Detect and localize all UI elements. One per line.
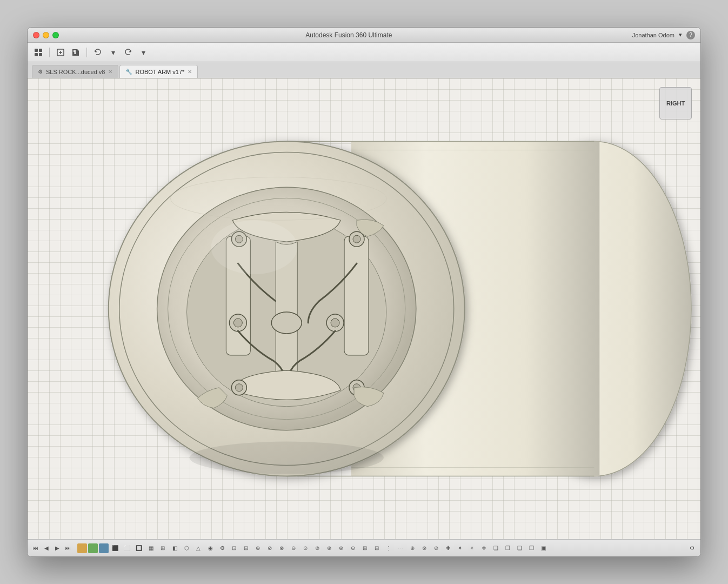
apps-icon[interactable] — [32, 46, 45, 59]
bt-icon-35[interactable]: ❖ — [478, 543, 489, 554]
tab-robot-arm[interactable]: 🔧 ROBOT ARM v17* ✕ — [119, 65, 198, 78]
bt-icon-23[interactable]: ⊜ — [336, 543, 346, 554]
nav-prev[interactable]: ◀ — [42, 543, 51, 553]
main-toolbar: ▾ ▾ — [28, 43, 700, 62]
help-button[interactable]: ? — [686, 31, 695, 39]
nav-first[interactable]: ⏮ — [31, 543, 41, 553]
bt-icon-33[interactable]: ✦ — [455, 543, 465, 554]
window-title: Autodesk Fusion 360 Ultimate — [65, 31, 632, 39]
undo-icon[interactable] — [91, 46, 104, 59]
bt-icon-21[interactable]: ⊚ — [312, 543, 323, 554]
3d-viewport[interactable]: RIGHT — [28, 78, 700, 539]
dropdown-icon[interactable]: ▾ — [679, 31, 682, 38]
bt-icon-16[interactable]: ⊕ — [252, 543, 263, 554]
bt-icon-30[interactable]: ⊗ — [419, 543, 430, 554]
redo-icon[interactable] — [122, 46, 135, 59]
svg-point-24 — [233, 318, 242, 327]
bt-icon-18[interactable]: ⊗ — [276, 543, 287, 554]
tab-robot-close[interactable]: ✕ — [188, 69, 192, 75]
title-bar: Autodesk Fusion 360 Ultimate Jonathan Od… — [28, 28, 700, 43]
bt-icon-6[interactable]: 🔲 — [133, 543, 144, 554]
bt-icon-38[interactable]: ❑ — [514, 543, 525, 554]
view-cube-label: RIGHT — [666, 100, 685, 107]
bt-icon-37[interactable]: ❐ — [502, 543, 513, 554]
view-cube[interactable]: RIGHT — [659, 87, 692, 120]
bt-icon-9[interactable]: ◧ — [169, 543, 180, 554]
tab-robot-icon: 🔧 — [125, 69, 132, 75]
tab-sls-icon: ⚙ — [38, 69, 43, 75]
bt-icon-28[interactable]: ⋯ — [395, 543, 406, 554]
bt-icon-14[interactable]: ⊡ — [229, 543, 239, 554]
bt-icon-27[interactable]: ⋮ — [383, 543, 394, 554]
bt-icon-15[interactable]: ⊟ — [241, 543, 251, 554]
main-window: Autodesk Fusion 360 Ultimate Jonathan Od… — [27, 27, 701, 557]
robot-arm-svg — [28, 78, 700, 539]
nav-arrows: ⏮ ◀ ▶ ⏭ — [31, 543, 73, 553]
minimize-button[interactable] — [43, 32, 49, 38]
bt-icon-20[interactable]: ⊙ — [300, 543, 311, 554]
bt-icon-32[interactable]: ✚ — [443, 543, 453, 554]
bt-icon-1[interactable] — [77, 543, 87, 553]
close-button[interactable] — [33, 32, 39, 38]
svg-point-34 — [190, 442, 384, 474]
bt-icon-40[interactable]: ▣ — [538, 543, 549, 554]
bt-icon-5[interactable]: ⬜ — [122, 543, 132, 554]
tab-sls-label: SLS ROCK...duced v8 — [46, 69, 105, 75]
bt-icon-13[interactable]: ⚙ — [217, 543, 228, 554]
save-icon[interactable] — [69, 46, 82, 59]
svg-rect-1 — [39, 49, 42, 52]
svg-point-21 — [353, 235, 360, 243]
bt-icon-39[interactable]: ❒ — [526, 543, 537, 554]
svg-rect-17 — [344, 236, 369, 355]
user-name: Jonathan Odom — [632, 32, 674, 38]
settings-icon[interactable]: ⚙ — [686, 543, 697, 554]
svg-point-28 — [235, 384, 243, 391]
nav-play[interactable]: ▶ — [52, 543, 62, 553]
bt-icon-29[interactable]: ⊕ — [407, 543, 418, 554]
bt-icon-2[interactable] — [88, 543, 98, 553]
bt-icon-12[interactable]: ◉ — [205, 543, 216, 554]
svg-point-22 — [271, 312, 302, 334]
bt-icon-36[interactable]: ❏ — [490, 543, 501, 554]
new-icon[interactable] — [54, 46, 67, 59]
bt-icon-7[interactable]: ▦ — [145, 543, 156, 554]
bt-icon-4[interactable]: ⬛ — [110, 543, 121, 554]
svg-rect-2 — [35, 53, 38, 56]
model-container — [28, 78, 700, 539]
bottom-right-area: ⚙ — [686, 543, 697, 554]
undo-dropdown-icon[interactable]: ▾ — [106, 46, 119, 59]
tab-robot-label: ROBOT ARM v17* — [135, 69, 184, 75]
bt-icon-11[interactable]: △ — [193, 543, 204, 554]
maximize-button[interactable] — [52, 32, 59, 38]
bt-icon-24[interactable]: ⊝ — [348, 543, 358, 554]
bt-icon-26[interactable]: ⊟ — [371, 543, 382, 554]
sep2 — [86, 48, 87, 57]
user-info: Jonathan Odom ▾ ? — [632, 31, 695, 39]
bt-icon-22[interactable]: ⊛ — [324, 543, 335, 554]
svg-rect-0 — [35, 49, 38, 52]
bt-icon-25[interactable]: ⊞ — [359, 543, 370, 554]
tab-sls-rock[interactable]: ⚙ SLS ROCK...duced v8 ✕ — [32, 65, 118, 78]
nav-last[interactable]: ⏭ — [63, 543, 73, 553]
bt-icon-17[interactable]: ⊘ — [264, 543, 275, 554]
bottom-toolbar: ⏮ ◀ ▶ ⏭ ⬛ ⬜ 🔲 ▦ ⊞ ◧ ⬡ △ ◉ ⚙ ⊡ ⊟ ⊕ ⊘ ⊗ ⊖ … — [28, 539, 700, 556]
bt-icon-34[interactable]: ✧ — [466, 543, 477, 554]
bt-icon-8[interactable]: ⊞ — [157, 543, 168, 554]
svg-point-33 — [211, 220, 297, 274]
bt-icon-19[interactable]: ⊖ — [288, 543, 299, 554]
tabs-bar: ⚙ SLS ROCK...duced v8 ✕ 🔧 ROBOT ARM v17*… — [28, 62, 700, 78]
sep1 — [49, 48, 50, 57]
traffic-lights — [33, 32, 59, 38]
bt-icon-3[interactable] — [99, 543, 109, 553]
redo-dropdown-icon[interactable]: ▾ — [137, 46, 150, 59]
tab-sls-close[interactable]: ✕ — [108, 69, 112, 75]
svg-rect-3 — [39, 53, 42, 56]
bt-icon-31[interactable]: ⊘ — [431, 543, 442, 554]
svg-point-26 — [331, 318, 339, 327]
bt-icon-10[interactable]: ⬡ — [181, 543, 192, 554]
